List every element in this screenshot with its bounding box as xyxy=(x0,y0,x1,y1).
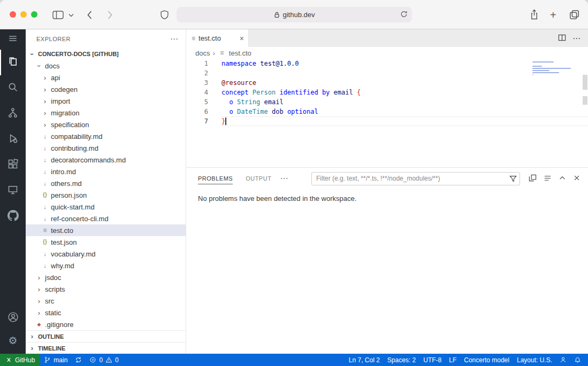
tree-item[interactable]: {}test.json xyxy=(26,236,186,248)
tree-item[interactable]: ↓ref-concerto-cli.md xyxy=(26,213,186,224)
status-concerto-model[interactable]: Concerto model xyxy=(460,354,513,366)
browser-back-button[interactable] xyxy=(86,9,94,21)
feedback-button[interactable] xyxy=(556,354,570,366)
code-line-5[interactable]: 5 o String email xyxy=(186,97,588,107)
panel-more-actions-button[interactable]: ⋯ xyxy=(280,174,288,183)
code-editor[interactable]: 1namespace test@1.0.023@resource4concept… xyxy=(186,59,588,167)
tree-item[interactable]: ›codegen xyxy=(26,83,186,95)
minimap[interactable] xyxy=(532,61,581,76)
run-debug-icon xyxy=(7,133,18,146)
tree-item[interactable]: ↓decoratorcommands.md xyxy=(26,154,186,166)
problems-indicator[interactable]: 0 0 xyxy=(86,354,122,366)
tree-item[interactable]: ›migration xyxy=(26,107,186,119)
scrollbar-thumb[interactable] xyxy=(583,96,587,105)
github-icon xyxy=(7,210,19,223)
code-line-3[interactable]: 3@resource xyxy=(186,78,588,88)
activity-source-control-button[interactable] xyxy=(0,101,26,127)
zoom-window-button[interactable] xyxy=(31,11,37,18)
status-lf[interactable]: LF xyxy=(445,354,460,366)
activity-menu-button[interactable] xyxy=(0,29,26,50)
branch-indicator[interactable]: main xyxy=(40,354,71,366)
activity-remote-explorer-button[interactable] xyxy=(0,178,26,204)
tree-item[interactable]: ›jsdoc xyxy=(26,271,186,283)
tree-item-label: jsdoc xyxy=(45,274,61,282)
tree-item[interactable]: {}person.json xyxy=(26,189,186,201)
tree-item[interactable]: ↓intro.md xyxy=(26,166,186,177)
status-spaces-2[interactable]: Spaces: 2 xyxy=(384,354,419,366)
browser-sidebar-toggle-button[interactable] xyxy=(51,9,65,21)
activity-search-button[interactable] xyxy=(0,75,26,101)
tab-close-button[interactable]: × xyxy=(240,35,244,42)
copy-all-button[interactable] xyxy=(529,174,537,183)
breadcrumb-file[interactable]: test.cto xyxy=(229,49,251,57)
file-tree: ›docs›api›codegen›import›migration›speci… xyxy=(26,60,186,330)
ellipsis-icon: ⋯ xyxy=(170,34,178,43)
tab-overview-button[interactable] xyxy=(568,9,581,21)
sync-changes-button[interactable] xyxy=(71,354,86,366)
activity-account-button[interactable] xyxy=(0,308,26,328)
notifications-button[interactable] xyxy=(570,354,585,366)
minimize-window-button[interactable] xyxy=(20,11,27,18)
tree-item[interactable]: ›specification xyxy=(26,119,186,130)
tab-test-cto[interactable]: ≡ test.cto × xyxy=(186,29,249,47)
activity-explorer-button[interactable] xyxy=(0,50,26,75)
tree-item[interactable]: ◆.gitignore xyxy=(26,318,186,330)
reload-button[interactable] xyxy=(400,10,408,20)
activity-github-button[interactable] xyxy=(0,204,26,229)
tree-item[interactable]: ↓others.md xyxy=(26,177,186,189)
status-utf-8[interactable]: UTF-8 xyxy=(419,354,445,366)
tree-item[interactable]: ↓compatability.md xyxy=(26,130,186,142)
code-line-2[interactable]: 2 xyxy=(186,68,588,78)
status-layout-u-s[interactable]: Layout: U.S. xyxy=(513,354,556,366)
close-window-button[interactable] xyxy=(10,11,16,18)
address-bar[interactable]: github.dev xyxy=(177,7,412,22)
tree-item[interactable]: ›scripts xyxy=(26,283,186,295)
panel-header: PROBLEMSOUTPUT ⋯ xyxy=(186,168,588,189)
close-panel-button[interactable] xyxy=(573,174,581,183)
scrollbar-thumb[interactable] xyxy=(583,75,587,90)
section-timeline[interactable]: ›TIMELINE xyxy=(26,342,186,354)
tree-item[interactable]: ↓vocabulary.md xyxy=(26,248,186,260)
tree-item[interactable]: ›api xyxy=(26,72,186,83)
maximize-panel-button[interactable] xyxy=(559,174,566,183)
status-ln-7-col-2[interactable]: Ln 7, Col 2 xyxy=(345,354,384,366)
activity-settings-button[interactable]: ⚙ xyxy=(0,328,26,354)
tree-item[interactable]: ↓why.md xyxy=(26,260,186,271)
root-folder-label: CONCERTO-DOCS [GITHUB] xyxy=(38,51,119,57)
tree-item[interactable]: ≡test.cto xyxy=(26,224,186,236)
share-button[interactable] xyxy=(529,8,540,21)
lock-icon xyxy=(274,11,280,18)
problems-filter-input[interactable] xyxy=(311,172,520,185)
privacy-shield-button[interactable] xyxy=(159,9,170,21)
code-line-1[interactable]: 1namespace test@1.0.0 xyxy=(186,59,588,68)
editor-scrollbar[interactable] xyxy=(582,59,588,167)
activity-run-debug-button[interactable] xyxy=(0,127,26,152)
tree-item[interactable]: ›static xyxy=(26,307,186,318)
split-editor-button[interactable] xyxy=(558,34,566,43)
filter-button[interactable] xyxy=(509,175,517,184)
panel-tab-output[interactable]: OUTPUT xyxy=(246,173,271,184)
activity-extensions-button[interactable] xyxy=(0,152,26,178)
chevron-right-icon: › xyxy=(41,98,49,105)
browser-forward-button[interactable] xyxy=(106,9,114,21)
new-tab-button[interactable]: + xyxy=(549,9,558,21)
remote-indicator[interactable]: GitHub xyxy=(0,354,40,366)
code-line-4[interactable]: 4concept Person identified by email { xyxy=(186,88,588,97)
tree-root-folder[interactable]: › CONCERTO-DOCS [GITHUB] xyxy=(26,48,186,60)
tree-item[interactable]: ›docs xyxy=(26,60,186,72)
breadcrumb-folder[interactable]: docs xyxy=(195,49,210,57)
tree-item[interactable]: ›src xyxy=(26,295,186,307)
tree-item[interactable]: ›import xyxy=(26,95,186,107)
panel-tab-problems[interactable]: PROBLEMS xyxy=(198,173,233,184)
sidebar-chevron-button[interactable] xyxy=(67,12,75,18)
section-outline[interactable]: ›OUTLINE xyxy=(26,330,186,342)
explorer-more-actions-button[interactable]: ⋯ xyxy=(170,34,178,44)
code-line-6[interactable]: 6 o DateTime dob optional xyxy=(186,107,588,116)
tree-item[interactable]: ↓quick-start.md xyxy=(26,201,186,213)
code-line-7[interactable]: 7} xyxy=(186,116,588,126)
view-as-table-button[interactable] xyxy=(544,174,552,183)
file-file-icon: ≡ xyxy=(41,227,49,233)
tree-item[interactable]: ↓contributing.md xyxy=(26,142,186,154)
editor-area: ≡ test.cto × ⋯ docs › ≡ test.cto 1namesp… xyxy=(186,29,588,354)
editor-more-actions-button[interactable]: ⋯ xyxy=(572,34,581,42)
